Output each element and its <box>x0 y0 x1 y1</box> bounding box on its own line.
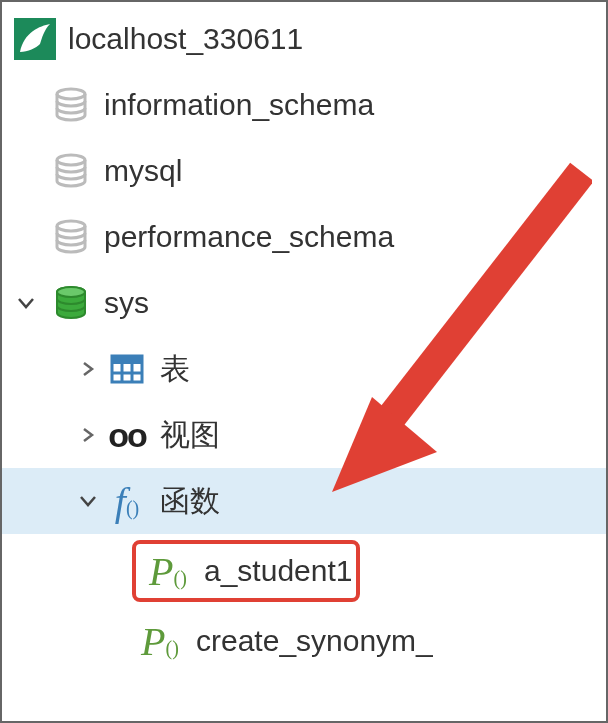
tables-node[interactable]: 表 <box>2 336 606 402</box>
function-label: create_synonym_ <box>188 624 433 658</box>
glasses-icon: oo <box>102 416 152 455</box>
svg-point-2 <box>57 155 85 165</box>
connection-label: localhost_330611 <box>60 22 303 56</box>
database-icon <box>46 283 96 323</box>
db-sys[interactable]: sys <box>2 270 606 336</box>
chevron-down-icon <box>6 294 46 312</box>
db-label: mysql <box>96 154 182 188</box>
function-item-create-synonym[interactable]: P() create_synonym_ <box>2 608 606 674</box>
db-tree: localhost_330611 information_schema mysq… <box>2 2 606 678</box>
function-label: a_student1 <box>196 554 352 588</box>
dolphin-icon <box>10 18 60 60</box>
procedure-icon: P() <box>140 548 196 595</box>
database-icon <box>46 217 96 257</box>
db-mysql[interactable]: mysql <box>2 138 606 204</box>
chevron-down-icon <box>74 492 102 510</box>
chevron-right-icon <box>74 427 102 443</box>
views-label: 视图 <box>152 415 220 456</box>
views-node[interactable]: oo 视图 <box>2 402 606 468</box>
svg-rect-7 <box>112 356 142 364</box>
db-performance-schema[interactable]: performance_schema <box>2 204 606 270</box>
svg-point-1 <box>57 89 85 99</box>
database-icon <box>46 151 96 191</box>
db-label: sys <box>96 286 149 320</box>
connection-node[interactable]: localhost_330611 <box>2 6 606 72</box>
database-icon <box>46 85 96 125</box>
db-label: performance_schema <box>96 220 394 254</box>
chevron-right-icon <box>74 361 102 377</box>
functions-node[interactable]: f() 函数 <box>2 468 606 534</box>
functions-label: 函数 <box>152 481 220 522</box>
svg-point-3 <box>57 221 85 231</box>
highlight-box: P() a_student1 <box>132 540 360 602</box>
function-icon: f() <box>102 478 152 525</box>
table-icon <box>102 349 152 389</box>
tables-label: 表 <box>152 349 190 390</box>
function-item-a-student1[interactable]: P() a_student1 <box>2 534 606 608</box>
procedure-icon: P() <box>132 618 188 665</box>
db-information-schema[interactable]: information_schema <box>2 72 606 138</box>
db-label: information_schema <box>96 88 374 122</box>
svg-point-5 <box>57 287 85 297</box>
